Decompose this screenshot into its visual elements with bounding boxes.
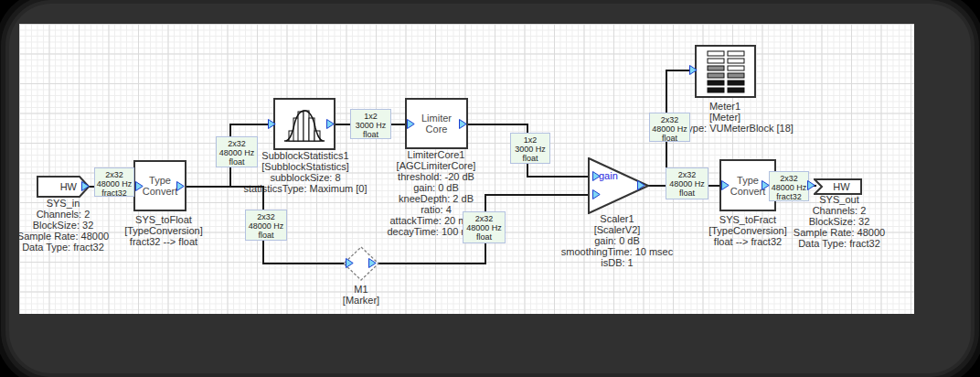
wire-label-in-fract32[interactable]: 2x3248000 Hzfract32 (94, 167, 134, 197)
marker-output-pin-icon[interactable] (368, 258, 377, 268)
type-convert-1-text-1: Type (149, 175, 171, 186)
wire-marker-out[interactable] (378, 263, 486, 264)
sys-in-output-pin-icon[interactable] (81, 181, 90, 191)
tc1-input-pin-icon[interactable] (135, 181, 144, 191)
tc2-output-pin-icon[interactable] (762, 180, 770, 190)
limiter-output-pin-icon[interactable] (459, 119, 467, 129)
tc2-input-pin-icon[interactable] (721, 180, 730, 190)
scaler-gain-label: gain (599, 170, 618, 181)
limiter-input-pin-icon[interactable] (407, 119, 415, 129)
type-convert-1-text-2: Convert (143, 186, 178, 197)
stage: HW Type Convert Limiter Core (0, 0, 980, 377)
wire-label-to-marker[interactable]: 2x3248000 Hzfloat (245, 210, 287, 241)
subblock-output-pin-icon[interactable] (326, 119, 335, 129)
wire-to-scaler-top[interactable] (527, 176, 590, 178)
wire-label-to-meter[interactable]: 2x3248000 Hzfloat (649, 113, 690, 142)
scaler-gain-input-pin-icon[interactable] (592, 171, 601, 181)
scaler-audio-input-pin-icon[interactable] (592, 189, 601, 199)
wire-label-marker-to-scaler[interactable]: 2x3248000 Hzfloat (463, 211, 506, 243)
wire-label-limiter-out[interactable]: 1x23000 Hzfloat (510, 133, 550, 164)
marker-caption: M1 [Marker] (270, 284, 453, 306)
tc1-output-pin-icon[interactable] (176, 181, 185, 191)
type-convert-2-text-1: Type (737, 175, 759, 186)
limiter-core-text-2: Core (426, 124, 448, 135)
meter-block[interactable] (695, 45, 756, 98)
vu-meter-icon (706, 49, 746, 93)
wire-tc1-out[interactable] (186, 186, 264, 188)
wire-label-out-fract32[interactable]: 2x3248000 Hzfract32 (769, 171, 809, 201)
wire-limiter-out[interactable] (467, 124, 528, 125)
scaler-output-pin-icon[interactable] (637, 180, 645, 190)
type-convert-1-caption: SYS_toFloat [TypeConversion] fract32 -->… (72, 214, 255, 247)
design-canvas[interactable]: HW Type Convert Limiter Core (19, 24, 914, 314)
subblock-input-pin-icon[interactable] (268, 119, 276, 129)
wire-label-scaler-out[interactable]: 2x3248000 Hzfloat (666, 167, 708, 199)
histogram-icon (282, 104, 327, 145)
wire-label-subblock-out[interactable]: 1x23000 Hzfloat (350, 109, 391, 139)
type-convert-2-text-2: Convert (730, 186, 766, 197)
wire-to-scaler-bottom[interactable] (485, 194, 590, 196)
marker-input-pin-icon[interactable] (346, 258, 354, 268)
limiter-core-text-1: Limiter (421, 113, 452, 124)
wire-label-to-subblock[interactable]: 2x3248000 Hzfloat (216, 136, 258, 167)
sys-out-input-pin-icon[interactable] (807, 180, 815, 190)
wire-to-marker[interactable] (262, 263, 345, 264)
sys-out-label: HW (821, 178, 862, 195)
meter-input-pin-icon[interactable] (689, 65, 698, 75)
sys-in-label: HW (37, 176, 77, 198)
